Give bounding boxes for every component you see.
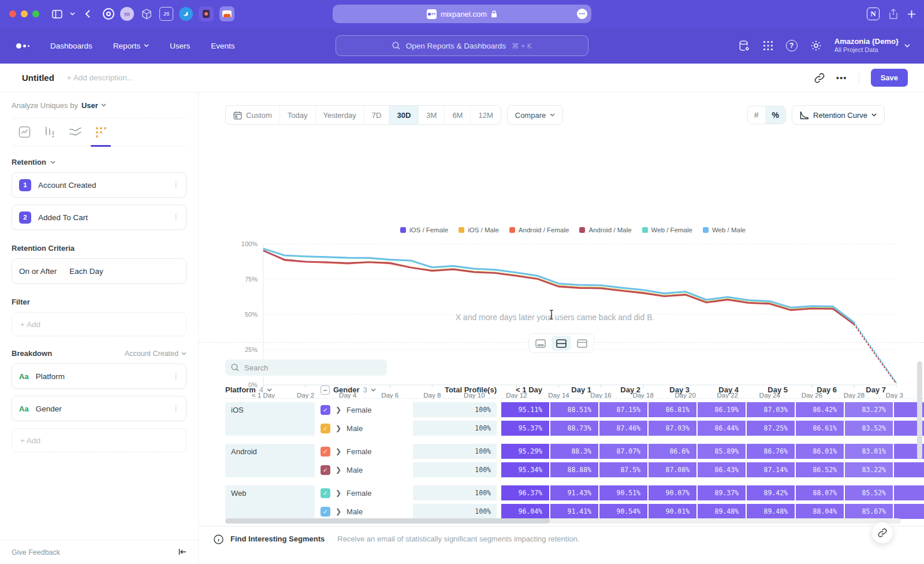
retention-value-cell[interactable]: 88.88% <box>550 462 598 477</box>
range-today-button[interactable]: Today <box>280 106 315 124</box>
apps-grid-icon[interactable] <box>763 40 773 51</box>
recorder-extension-icon[interactable] <box>199 6 214 21</box>
layout-split-button[interactable] <box>552 336 571 351</box>
retention-value-cell[interactable]: 85.89% <box>698 444 746 459</box>
retention-value-cell[interactable]: 90.01% <box>649 504 696 519</box>
gender-select-all-checkbox[interactable]: – <box>321 385 330 395</box>
layout-chart-only-button[interactable] <box>531 336 550 351</box>
filter-add-button[interactable]: + Add <box>12 312 187 336</box>
expand-row-icon[interactable]: ❯ <box>336 447 341 455</box>
column-header-day-5[interactable]: Day 5 <box>747 385 795 394</box>
share-icon[interactable] <box>889 9 898 19</box>
compare-button[interactable]: Compare <box>507 105 563 125</box>
nav-item-users[interactable]: Users <box>170 42 190 50</box>
analyze-value-dropdown[interactable]: User <box>81 101 106 110</box>
nav-item-reports[interactable]: Reports <box>113 42 149 50</box>
retention-value-cell[interactable]: 95.34% <box>501 462 549 477</box>
back-button[interactable] <box>80 6 95 21</box>
settings-gear-icon[interactable] <box>810 40 822 51</box>
step-options-icon[interactable]: ⋮ <box>172 184 179 186</box>
chart-type-dropdown[interactable]: Retention Curve <box>792 105 885 125</box>
new-tab-icon[interactable] <box>907 10 916 18</box>
vertical-scrollbar[interactable] <box>917 361 922 523</box>
sidebar-toggle-icon[interactable] <box>50 6 65 21</box>
retention-value-cell[interactable]: 83.01% <box>845 444 893 459</box>
tab-insights-report[interactable] <box>17 125 32 139</box>
retention-value-cell[interactable]: 89.37% <box>698 485 746 500</box>
zoom-window-button[interactable] <box>32 10 39 17</box>
retention-value-cell[interactable]: 90.54% <box>599 504 647 519</box>
gender-cell[interactable]: ✓ ❯Male <box>321 507 407 517</box>
retention-step-added-to-cart[interactable]: 2 Added To Cart ⋮ <box>12 205 187 230</box>
retention-value-cell[interactable]: 90.07% <box>649 485 696 500</box>
step-options-icon[interactable]: ⋮ <box>172 216 179 218</box>
retention-value-cell[interactable]: 91.43% <box>550 485 598 500</box>
column-header-day-3[interactable]: Day 3 <box>649 385 696 394</box>
breakdown-add-button[interactable]: + Add <box>12 428 187 452</box>
retention-value-cell[interactable]: 91.41% <box>550 504 598 519</box>
share-link-fab[interactable] <box>871 522 893 544</box>
range-custom-button[interactable]: Custom <box>226 106 280 124</box>
retention-value-cell[interactable]: 90.51% <box>599 485 647 500</box>
report-title[interactable]: Untitled <box>22 73 54 83</box>
expand-row-icon[interactable]: ❯ <box>336 406 341 414</box>
retention-value-cell[interactable]: 96.04% <box>501 504 549 519</box>
platform-cell[interactable]: iOS <box>225 402 315 436</box>
data-management-icon[interactable] <box>738 40 750 52</box>
retention-value-cell[interactable]: 88.07% <box>796 485 844 500</box>
bird-extension-icon[interactable] <box>179 7 193 21</box>
retention-value-cell[interactable]: 89.48% <box>698 504 746 519</box>
column-header-day-4[interactable]: Day 4 <box>698 385 746 394</box>
nav-item-dashboards[interactable]: Dashboards <box>50 42 92 50</box>
soundcloud-extension-icon[interactable] <box>219 6 234 21</box>
tab-funnels-report[interactable] <box>43 125 57 139</box>
legend-item-android-female[interactable]: Android / Female <box>509 227 569 233</box>
retention-value-cell[interactable]: 83.52% <box>845 421 893 436</box>
legend-item-web-male[interactable]: Web / Male <box>703 227 746 233</box>
find-segments-link[interactable]: Find Interesting Segments <box>230 535 325 543</box>
save-button[interactable]: Save <box>871 69 908 87</box>
retention-value-cell[interactable]: 86.43% <box>698 462 746 477</box>
retention-value-cell[interactable]: 86.19% <box>698 402 746 417</box>
column-header-gender[interactable]: –Gender3 <box>321 385 407 395</box>
cube-extension-icon[interactable] <box>140 7 154 21</box>
window-controls[interactable] <box>9 10 39 17</box>
column-header-day-2[interactable]: Day 2 <box>599 385 647 394</box>
expand-row-icon[interactable]: ❯ <box>336 466 341 474</box>
retention-value-cell[interactable]: 88.51% <box>550 402 598 417</box>
gender-cell[interactable]: ✓ ❯Female <box>321 447 407 457</box>
retention-value-cell[interactable]: 86.61% <box>796 421 844 436</box>
retention-value-cell[interactable]: 95.11% <box>501 402 549 417</box>
expand-row-icon[interactable]: ❯ <box>336 507 341 515</box>
column-header-day-6[interactable]: Day 6 <box>796 385 844 394</box>
retention-value-cell[interactable]: 83.22% <box>845 462 893 477</box>
retention-value-cell[interactable]: 88.3% <box>550 444 598 459</box>
tab-retention-report[interactable] <box>94 125 108 139</box>
retention-value-cell[interactable]: 86.44% <box>698 421 746 436</box>
retention-value-cell[interactable]: 87.46% <box>599 421 647 436</box>
retention-value-cell[interactable]: 86.76% <box>747 444 795 459</box>
horizontal-scrollbar[interactable] <box>225 518 901 524</box>
retention-value-cell[interactable]: 85.52% <box>845 485 893 500</box>
range-12m-button[interactable]: 12M <box>470 106 500 124</box>
layout-table-only-button[interactable] <box>572 336 592 351</box>
retention-value-cell[interactable]: 96.37% <box>501 485 549 500</box>
table-search[interactable]: Search <box>225 359 387 376</box>
help-icon[interactable]: ? <box>786 40 798 51</box>
vscroll-thumb[interactable] <box>917 361 922 459</box>
gender-cell[interactable]: ✓ ❯Female <box>321 488 407 498</box>
criteria-on-or-after[interactable]: On or After <box>19 267 57 276</box>
retention-value-cell[interactable]: 87.5% <box>599 462 647 477</box>
retention-value-cell[interactable]: 95.37% <box>501 421 549 436</box>
series-checkbox[interactable]: ✓ <box>321 507 330 517</box>
breakdown-options-icon[interactable]: ⋮ <box>172 375 179 377</box>
criteria-each-day[interactable]: Each Day <box>69 267 103 276</box>
copy-link-icon[interactable] <box>814 73 825 83</box>
retention-value-cell[interactable]: 87.14% <box>747 462 795 477</box>
collapse-sidebar-icon[interactable] <box>178 548 187 557</box>
retention-value-cell[interactable]: 86.81% <box>649 402 696 417</box>
column-header-1-day[interactable]: < 1 Day <box>501 385 549 394</box>
retention-value-cell[interactable]: 89.42% <box>747 485 795 500</box>
retention-section-heading[interactable]: Retention <box>12 158 187 166</box>
series-checkbox[interactable]: ✓ <box>321 424 330 433</box>
